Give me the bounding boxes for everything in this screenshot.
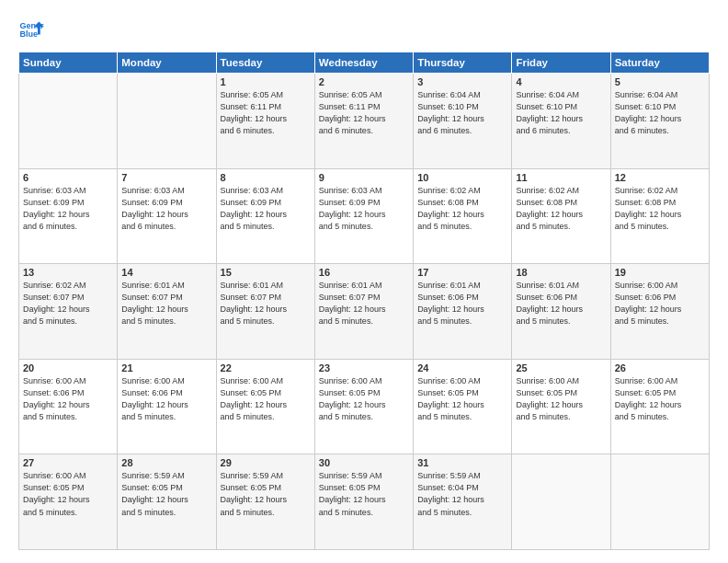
- weekday-header-sunday: Sunday: [19, 52, 118, 74]
- calendar-cell: [610, 454, 709, 550]
- day-info: Sunrise: 6:00 AM Sunset: 6:06 PM Dayligh…: [121, 375, 211, 423]
- calendar-cell: 3Sunrise: 6:04 AM Sunset: 6:10 PM Daylig…: [414, 74, 512, 169]
- calendar-cell: 31Sunrise: 5:59 AM Sunset: 6:04 PM Dayli…: [414, 454, 512, 550]
- calendar-cell: [19, 74, 118, 169]
- week-row-5: 27Sunrise: 6:00 AM Sunset: 6:05 PM Dayli…: [19, 454, 710, 550]
- day-number: 19: [615, 267, 705, 278]
- calendar-cell: 28Sunrise: 5:59 AM Sunset: 6:05 PM Dayli…: [118, 454, 216, 550]
- day-info: Sunrise: 6:00 AM Sunset: 6:05 PM Dayligh…: [23, 470, 113, 518]
- calendar-cell: 29Sunrise: 5:59 AM Sunset: 6:05 PM Dayli…: [216, 454, 314, 550]
- day-info: Sunrise: 6:01 AM Sunset: 6:07 PM Dayligh…: [319, 280, 409, 327]
- week-row-1: 1Sunrise: 6:05 AM Sunset: 6:11 PM Daylig…: [19, 74, 710, 169]
- day-number: 6: [23, 172, 113, 183]
- day-number: 31: [417, 457, 507, 468]
- day-number: 20: [23, 362, 113, 373]
- calendar-cell: 18Sunrise: 6:01 AM Sunset: 6:06 PM Dayli…: [512, 264, 610, 360]
- day-info: Sunrise: 6:02 AM Sunset: 6:08 PM Dayligh…: [615, 185, 705, 233]
- day-info: Sunrise: 6:05 AM Sunset: 6:11 PM Dayligh…: [221, 89, 311, 137]
- calendar-cell: 6Sunrise: 6:03 AM Sunset: 6:09 PM Daylig…: [19, 168, 118, 264]
- week-row-2: 6Sunrise: 6:03 AM Sunset: 6:09 PM Daylig…: [19, 168, 710, 264]
- calendar-cell: [118, 74, 216, 169]
- day-number: 7: [121, 172, 211, 183]
- calendar-cell: 20Sunrise: 6:00 AM Sunset: 6:06 PM Dayli…: [19, 359, 118, 454]
- weekday-header-tuesday: Tuesday: [216, 52, 314, 74]
- day-info: Sunrise: 6:00 AM Sunset: 6:05 PM Dayligh…: [516, 375, 606, 423]
- calendar-cell: 19Sunrise: 6:00 AM Sunset: 6:06 PM Dayli…: [610, 264, 709, 360]
- day-number: 26: [615, 362, 705, 373]
- day-number: 5: [615, 76, 705, 87]
- day-number: 17: [417, 267, 507, 278]
- day-number: 9: [319, 172, 409, 183]
- calendar-cell: 13Sunrise: 6:02 AM Sunset: 6:07 PM Dayli…: [19, 264, 118, 360]
- calendar-cell: 5Sunrise: 6:04 AM Sunset: 6:10 PM Daylig…: [610, 74, 709, 169]
- day-info: Sunrise: 5:59 AM Sunset: 6:04 PM Dayligh…: [417, 470, 507, 518]
- day-info: Sunrise: 6:01 AM Sunset: 6:06 PM Dayligh…: [417, 280, 507, 327]
- page: General Blue SundayMondayTuesdayWednesda…: [0, 0, 728, 563]
- day-number: 14: [121, 267, 211, 278]
- day-number: 8: [221, 172, 311, 183]
- day-number: 10: [417, 172, 507, 183]
- calendar-cell: 9Sunrise: 6:03 AM Sunset: 6:09 PM Daylig…: [314, 168, 413, 264]
- day-info: Sunrise: 6:01 AM Sunset: 6:07 PM Dayligh…: [221, 280, 311, 327]
- day-info: Sunrise: 6:00 AM Sunset: 6:05 PM Dayligh…: [221, 375, 311, 423]
- calendar-cell: 24Sunrise: 6:00 AM Sunset: 6:05 PM Dayli…: [414, 359, 512, 454]
- day-info: Sunrise: 6:04 AM Sunset: 6:10 PM Dayligh…: [417, 89, 507, 137]
- day-info: Sunrise: 6:00 AM Sunset: 6:05 PM Dayligh…: [615, 375, 705, 423]
- day-number: 4: [516, 76, 606, 87]
- day-number: 30: [319, 457, 409, 468]
- day-number: 13: [23, 267, 113, 278]
- calendar-cell: 23Sunrise: 6:00 AM Sunset: 6:05 PM Dayli…: [314, 359, 413, 454]
- logo-icon: General Blue: [18, 17, 44, 42]
- logo: General Blue: [18, 17, 44, 42]
- week-row-3: 13Sunrise: 6:02 AM Sunset: 6:07 PM Dayli…: [19, 264, 710, 360]
- weekday-header-wednesday: Wednesday: [314, 52, 413, 74]
- weekday-header-row: SundayMondayTuesdayWednesdayThursdayFrid…: [19, 52, 710, 74]
- calendar-cell: 4Sunrise: 6:04 AM Sunset: 6:10 PM Daylig…: [512, 74, 610, 169]
- day-number: 21: [121, 362, 211, 373]
- day-info: Sunrise: 6:00 AM Sunset: 6:06 PM Dayligh…: [615, 280, 705, 327]
- day-info: Sunrise: 6:04 AM Sunset: 6:10 PM Dayligh…: [615, 89, 705, 137]
- day-info: Sunrise: 5:59 AM Sunset: 6:05 PM Dayligh…: [221, 470, 311, 518]
- day-number: 2: [319, 76, 409, 87]
- calendar-cell: 15Sunrise: 6:01 AM Sunset: 6:07 PM Dayli…: [216, 264, 314, 360]
- calendar-cell: 1Sunrise: 6:05 AM Sunset: 6:11 PM Daylig…: [216, 74, 314, 169]
- day-number: 1: [221, 76, 311, 87]
- day-number: 12: [615, 172, 705, 183]
- day-number: 3: [417, 76, 507, 87]
- day-info: Sunrise: 6:03 AM Sunset: 6:09 PM Dayligh…: [221, 185, 311, 233]
- day-info: Sunrise: 6:03 AM Sunset: 6:09 PM Dayligh…: [23, 185, 113, 233]
- day-info: Sunrise: 6:00 AM Sunset: 6:05 PM Dayligh…: [417, 375, 507, 423]
- calendar-cell: 22Sunrise: 6:00 AM Sunset: 6:05 PM Dayli…: [216, 359, 314, 454]
- calendar-cell: 26Sunrise: 6:00 AM Sunset: 6:05 PM Dayli…: [610, 359, 709, 454]
- day-info: Sunrise: 6:03 AM Sunset: 6:09 PM Dayligh…: [121, 185, 211, 233]
- calendar-cell: 11Sunrise: 6:02 AM Sunset: 6:08 PM Dayli…: [512, 168, 610, 264]
- day-number: 16: [319, 267, 409, 278]
- calendar-cell: 25Sunrise: 6:00 AM Sunset: 6:05 PM Dayli…: [512, 359, 610, 454]
- day-info: Sunrise: 6:00 AM Sunset: 6:05 PM Dayligh…: [319, 375, 409, 423]
- day-info: Sunrise: 6:00 AM Sunset: 6:06 PM Dayligh…: [23, 375, 113, 423]
- calendar-cell: 8Sunrise: 6:03 AM Sunset: 6:09 PM Daylig…: [216, 168, 314, 264]
- header: General Blue: [18, 17, 710, 42]
- weekday-header-friday: Friday: [512, 52, 610, 74]
- calendar-cell: 16Sunrise: 6:01 AM Sunset: 6:07 PM Dayli…: [314, 264, 413, 360]
- calendar-cell: 10Sunrise: 6:02 AM Sunset: 6:08 PM Dayli…: [414, 168, 512, 264]
- calendar-cell: [512, 454, 610, 550]
- day-number: 25: [516, 362, 606, 373]
- day-number: 22: [221, 362, 311, 373]
- day-number: 18: [516, 267, 606, 278]
- day-info: Sunrise: 6:03 AM Sunset: 6:09 PM Dayligh…: [319, 185, 409, 233]
- weekday-header-thursday: Thursday: [414, 52, 512, 74]
- day-number: 15: [221, 267, 311, 278]
- calendar-cell: 30Sunrise: 5:59 AM Sunset: 6:05 PM Dayli…: [314, 454, 413, 550]
- day-number: 27: [23, 457, 113, 468]
- calendar-table: SundayMondayTuesdayWednesdayThursdayFrid…: [18, 52, 710, 550]
- svg-text:Blue: Blue: [19, 29, 38, 39]
- day-number: 29: [221, 457, 311, 468]
- day-info: Sunrise: 6:01 AM Sunset: 6:06 PM Dayligh…: [516, 280, 606, 327]
- calendar-cell: 2Sunrise: 6:05 AM Sunset: 6:11 PM Daylig…: [314, 74, 413, 169]
- week-row-4: 20Sunrise: 6:00 AM Sunset: 6:06 PM Dayli…: [19, 359, 710, 454]
- calendar-cell: 14Sunrise: 6:01 AM Sunset: 6:07 PM Dayli…: [118, 264, 216, 360]
- day-number: 11: [516, 172, 606, 183]
- calendar-cell: 7Sunrise: 6:03 AM Sunset: 6:09 PM Daylig…: [118, 168, 216, 264]
- day-info: Sunrise: 6:02 AM Sunset: 6:08 PM Dayligh…: [417, 185, 507, 233]
